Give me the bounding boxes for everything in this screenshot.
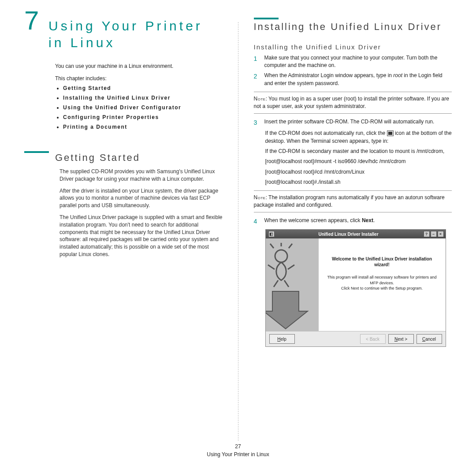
section-rule	[254, 18, 279, 19]
installer-button-row: Help < Back Next > Cancel	[266, 331, 446, 346]
step-number: 2	[254, 72, 260, 87]
toc-item: Printing a Document	[63, 124, 223, 130]
step-number: 1	[254, 54, 260, 70]
getting-started-p3: The Unified Linux Driver package is supp…	[60, 214, 223, 258]
root-word: root	[393, 72, 402, 78]
step-text: When the welcome screen appears, click N…	[264, 217, 452, 226]
installer-dialog: ◧ Unified Linux Driver Installer ? – ×	[265, 229, 446, 347]
close-icon[interactable]: ×	[438, 231, 444, 237]
step4-c: .	[373, 217, 375, 223]
step-text-a: When the Administrator Login window appe…	[264, 72, 394, 78]
toc-list: Getting Started Installing the Unified L…	[55, 85, 223, 130]
help-icon[interactable]: ?	[424, 231, 430, 237]
step-3: 3 Insert the printer software CD-ROM. Th…	[254, 118, 452, 127]
note-label: Note	[254, 96, 266, 102]
command-text: [root@localhost root]#cd /mnt/cdrom/Linu…	[265, 168, 452, 176]
toc-item: Getting Started	[63, 85, 223, 91]
next-word: Next	[362, 217, 373, 223]
back-button[interactable]: < Back	[360, 334, 386, 344]
page-footer: 27 Using Your Printer in Linux	[24, 443, 452, 458]
sub-text: If the CD-ROM does not automatically run…	[265, 130, 452, 145]
step4-a: When the welcome screen appears, click	[264, 217, 362, 223]
command-text: [root@localhost root]#mount -t iso9660 /…	[265, 158, 452, 165]
next-button[interactable]: Next >	[388, 334, 414, 344]
step-1: 1 Make sure that you connect your machin…	[254, 54, 452, 70]
chapter-header: 7 Using Your Printer in Linux	[24, 18, 223, 55]
step-2: 2 When the Administrator Login window ap…	[254, 72, 452, 87]
installer-desc1: This program will install all necessary …	[327, 275, 438, 285]
installing-subheading: Installing the Unified Linux Driver	[254, 43, 452, 51]
page-number: 27	[24, 443, 452, 450]
step-number: 4	[254, 217, 260, 226]
note-block: Note: You must log in as a super user (r…	[254, 92, 452, 114]
step-number: 3	[254, 118, 260, 127]
right-column: Installing the Unified Linux Driver Inst…	[254, 18, 452, 441]
command-text: [root@localhost root]#./install.sh	[265, 178, 452, 186]
terminal-icon	[387, 130, 394, 136]
chapter-title: Using Your Printer in Linux	[48, 18, 223, 51]
installer-welcome: Welcome to the Unified Linux Driver inst…	[327, 256, 438, 268]
minimize-icon[interactable]: –	[431, 231, 437, 237]
help-button[interactable]: Help	[269, 334, 295, 344]
note-block: Note: The installation program runs auto…	[254, 190, 452, 212]
sub-text: If the CD-ROM is secondary master and th…	[265, 148, 452, 155]
left-column: 7 Using Your Printer in Linux You can us…	[24, 18, 223, 441]
step-text: When the Administrator Login window appe…	[264, 72, 452, 87]
installing-heading: Installing the Unified Linux Driver	[254, 20, 452, 33]
section-rule	[24, 151, 49, 153]
sub-a: If the CD-ROM does not automatically run…	[265, 130, 387, 136]
installer-side-graphic	[266, 238, 319, 331]
note-label: Note	[254, 194, 266, 201]
column-divider	[238, 22, 238, 441]
getting-started-p2: After the driver is installed on your Li…	[60, 187, 223, 209]
step-4: 4 When the welcome screen appears, click…	[254, 217, 452, 226]
toc-item: Using the Unified Driver Configurator	[63, 104, 223, 111]
getting-started-p1: The supplied CD-ROM provides you with Sa…	[60, 168, 223, 183]
includes-label: This chapter includes:	[55, 75, 223, 82]
chapter-number: 7	[24, 5, 40, 36]
chapter-intro: You can use your machine in a Linux envi…	[55, 63, 223, 69]
installer-main: Welcome to the Unified Linux Driver inst…	[319, 238, 446, 331]
step-text: Make sure that you connect your machine …	[264, 54, 452, 70]
toc-item: Installing the Unified Linux Driver	[63, 95, 223, 101]
toc-item: Configuring Printer Properties	[63, 114, 223, 120]
cancel-button[interactable]: Cancel	[416, 334, 442, 344]
getting-started-heading: Getting Started	[55, 152, 223, 164]
window-menu-icon[interactable]: ◧	[268, 231, 275, 237]
installer-desc2: Click Next to continue with the Setup pr…	[327, 286, 438, 291]
installer-title: Unified Linux Driver Installer	[275, 232, 423, 237]
step-text: Insert the printer software CD-ROM. The …	[264, 118, 452, 127]
footer-title: Using Your Printer in Linux	[24, 450, 452, 458]
note-text: : The installation program runs automati…	[254, 194, 445, 208]
note-text: : You must log in as a super user (root)…	[254, 96, 449, 109]
installer-titlebar: ◧ Unified Linux Driver Installer ? – ×	[266, 230, 446, 238]
